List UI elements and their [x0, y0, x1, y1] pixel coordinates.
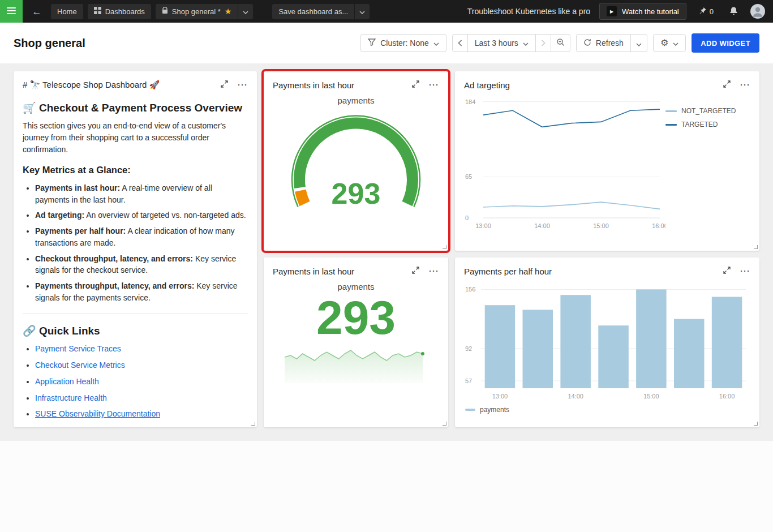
bell-icon	[729, 8, 738, 17]
chevron-down-icon	[636, 38, 642, 48]
watch-tutorial-button[interactable]: ▶ Watch the tutorial	[599, 3, 686, 20]
payments-sparkline-chart	[282, 344, 430, 388]
expand-widget-button[interactable]	[412, 80, 419, 89]
resize-handle[interactable]	[251, 422, 255, 426]
list-item: Payments throughput, latency, and errors…	[35, 280, 248, 303]
link-infrastructure-health[interactable]: Infrastructure Health	[35, 393, 107, 402]
legend-swatch	[665, 124, 677, 126]
dashboard-settings-button[interactable]: ⚙	[653, 34, 686, 52]
expand-widget-button[interactable]	[412, 267, 419, 275]
ellipsis-icon: ⋯	[740, 79, 750, 91]
cluster-filter-label: Cluster: None	[380, 38, 429, 48]
link-suse-observability-documentation[interactable]: SUSE Observability Documentation	[35, 409, 160, 418]
metrics-list: Payments in last hour: A real-time overv…	[23, 182, 248, 303]
time-range-button[interactable]: Last 3 hours	[467, 34, 536, 52]
refresh-options-chevron[interactable]	[630, 34, 647, 52]
list-item: Payments per half hour: A clear indicati…	[35, 225, 248, 248]
hamburger-menu-button[interactable]	[0, 0, 23, 23]
nav-home[interactable]: Home	[51, 4, 83, 19]
refresh-group: Refresh	[576, 34, 647, 52]
zoom-out-icon	[556, 38, 565, 48]
expand-widget-button[interactable]	[221, 80, 228, 89]
time-range-label: Last 3 hours	[475, 38, 518, 48]
chevron-left-icon	[458, 38, 462, 48]
list-item: Checkout Service Metrics	[35, 359, 248, 371]
favorite-star-icon[interactable]: ★	[225, 7, 232, 15]
legend-item-targeted[interactable]: TARGETED	[665, 121, 750, 128]
chevron-down-icon	[359, 7, 365, 16]
widget-menu-button[interactable]: ⋯	[428, 80, 439, 90]
promo-text: Troubleshoot Kubernetes like a pro	[467, 7, 590, 16]
nav-dashboards[interactable]: Dashboards	[88, 4, 151, 19]
current-dashboard-button[interactable]: Shop general * ★	[156, 4, 238, 19]
resize-handle[interactable]	[443, 245, 446, 249]
watch-tutorial-label: Watch the tutorial	[622, 7, 679, 16]
cluster-filter-button[interactable]: Cluster: None	[360, 34, 446, 52]
svg-text:16:00: 16:00	[719, 393, 735, 400]
pinned-items-button[interactable]: 0	[695, 6, 717, 17]
ad-targeting-chart: 18465013:0014:0015:0016:00	[464, 90, 665, 233]
expand-widget-button[interactable]	[723, 267, 731, 275]
save-options-chevron[interactable]	[355, 4, 370, 19]
resize-handle[interactable]	[443, 422, 446, 426]
widget-menu-button[interactable]: ⋯	[237, 80, 248, 90]
zoom-out-button[interactable]	[551, 34, 570, 52]
resize-handle[interactable]	[754, 245, 758, 249]
svg-text:65: 65	[465, 173, 472, 180]
time-forward-button[interactable]	[535, 34, 551, 52]
notifications-button[interactable]	[726, 6, 741, 18]
markdown-content: 🛒 Checkout & Payment Process Overview Th…	[14, 90, 257, 427]
expand-widget-button[interactable]	[723, 80, 731, 89]
link-payment-service-traces[interactable]: Payment Service Traces	[35, 344, 121, 353]
widget-menu-button[interactable]: ⋯	[740, 266, 750, 276]
legend-swatch	[665, 110, 677, 112]
refresh-button[interactable]: Refresh	[576, 34, 631, 52]
hamburger-icon	[7, 7, 16, 16]
widget-title: Payments in last hour	[273, 267, 354, 276]
save-dashboard-as-button[interactable]: Save dashboard as...	[272, 4, 354, 19]
time-back-button[interactable]	[452, 34, 468, 52]
svg-text:92: 92	[465, 345, 472, 352]
list-item: Application Health	[35, 376, 248, 388]
list-item: Payment Service Traces	[35, 343, 248, 355]
link-application-health[interactable]: Application Health	[35, 377, 99, 386]
widget-menu-button[interactable]: ⋯	[740, 80, 750, 90]
save-dashboard-as-label: Save dashboard as...	[278, 7, 348, 16]
svg-text:14:00: 14:00	[568, 393, 583, 400]
lock-icon	[162, 7, 168, 16]
ellipsis-icon: ⋯	[740, 265, 750, 277]
legend-label: NOT_TARGETED	[681, 107, 736, 115]
ellipsis-icon: ⋯	[237, 79, 248, 91]
dashboard-switch-chevron[interactable]	[238, 4, 253, 19]
quick-links-heading: 🔗 Quick Links	[23, 324, 248, 337]
expand-icon	[221, 81, 228, 89]
widget-title: Ad targeting	[464, 80, 510, 90]
pin-count: 0	[710, 7, 714, 16]
current-dashboard-label: Shop general *	[172, 7, 221, 16]
chevron-right-icon	[541, 38, 546, 48]
current-dashboard-group: Shop general * ★	[156, 4, 254, 19]
widget-menu-button[interactable]: ⋯	[428, 266, 439, 276]
resize-handle[interactable]	[754, 422, 758, 426]
widget-payments-in-last-hour-number: Payments in last hour ⋯ payments 293	[264, 258, 448, 427]
series-label: payments	[264, 96, 448, 105]
page-header: Shop general Cluster: None Last 3 hours	[0, 23, 773, 63]
svg-text:293: 293	[332, 177, 381, 210]
intro-paragraph: This section gives you an end-to-end vie…	[23, 120, 248, 156]
back-button[interactable]: ←	[27, 0, 46, 23]
widget-title: Payments per half hour	[464, 267, 552, 276]
divider	[23, 314, 248, 314]
link-checkout-service-metrics[interactable]: Checkout Service Metrics	[35, 361, 125, 370]
refresh-icon	[583, 38, 591, 48]
legend-item-not-targeted[interactable]: NOT_TARGETED	[665, 107, 750, 115]
chevron-down-icon	[523, 38, 529, 48]
svg-text:14:00: 14:00	[534, 222, 550, 229]
user-avatar[interactable]	[750, 4, 765, 19]
time-range-group: Last 3 hours	[452, 34, 570, 52]
legend-label: TARGETED	[681, 121, 718, 128]
dashboards-label: Dashboards	[105, 7, 145, 16]
chart-legend: NOT_TARGETED TARGETED	[665, 90, 750, 233]
svg-text:184: 184	[465, 98, 475, 105]
svg-text:16:00: 16:00	[652, 222, 665, 229]
add-widget-button[interactable]: ADD WIDGET	[692, 33, 759, 53]
